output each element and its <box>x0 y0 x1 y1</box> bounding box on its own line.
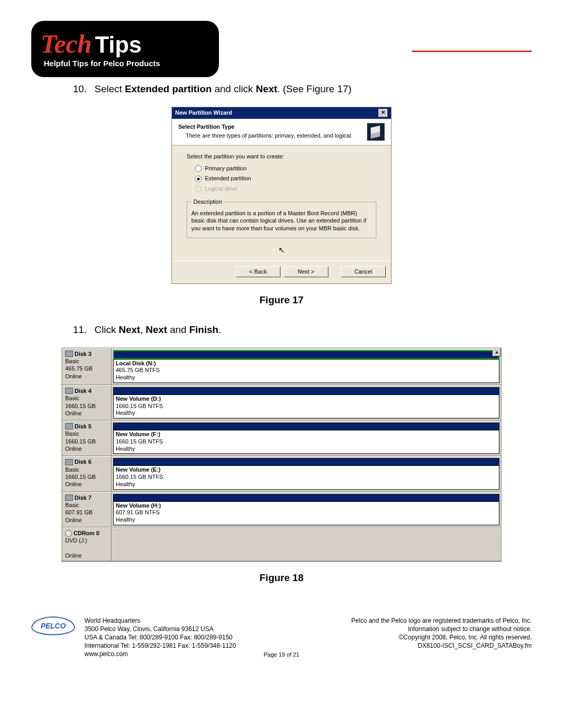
footer-address: World Headquarters 3500 Pelco Way, Clovi… <box>84 616 342 659</box>
step-10-num: 10. <box>73 82 92 96</box>
disk-row[interactable]: CDRom 0DVD (J:) Online <box>62 527 501 561</box>
volume-area[interactable]: Local Disk (N:)465.75 GB NTFSHealthy <box>112 349 501 385</box>
techtips-logo: TechTips Helpful Tips for Pelco Products <box>31 21 219 77</box>
volume-box[interactable]: New Volume (E:)1660.15 GB NTFSHealthy <box>113 465 499 489</box>
back-button[interactable]: < Back <box>236 266 280 277</box>
radio-extended[interactable]: Extended partition <box>195 175 376 182</box>
wizard-title: New Partition Wizard <box>175 109 232 117</box>
logo-subtitle: Helpful Tips for Pelco Products <box>44 59 219 68</box>
description-text: An extended partition is a portion of a … <box>191 209 372 233</box>
volume-box[interactable]: New Volume (F:)1660.15 GB NTFSHealthy <box>113 430 499 454</box>
header-rule <box>412 51 532 52</box>
disk-row[interactable]: Disk 6Basic1660.15 GBOnlineNew Volume (E… <box>62 456 501 491</box>
volume-box[interactable]: New Volume (H:)607.91 GB NTFSHealthy <box>113 501 499 525</box>
disk-icon <box>65 388 73 394</box>
page-number: Page 19 of 21 <box>264 651 300 658</box>
wizard-header-sub: There are three types of partitions: pri… <box>186 132 352 140</box>
cancel-button[interactable]: Cancel <box>341 266 386 277</box>
volume-header-bar <box>113 350 499 359</box>
logo-tech: Tech <box>41 29 92 58</box>
step-10: 10. Select Extended partition and click … <box>73 82 532 96</box>
wizard-prompt: Select the partition you want to create: <box>187 153 376 161</box>
step-11-num: 11. <box>73 323 92 337</box>
volume-header-bar <box>113 458 499 465</box>
disk-icon <box>65 459 73 465</box>
volume-box[interactable]: Local Disk (N:)465.75 GB NTFSHealthy <box>113 359 499 383</box>
disk-management-panel: Disk 3Basic465.75 GBOnlineLocal Disk (N:… <box>62 348 501 562</box>
pelco-logo: PELCO <box>31 616 75 635</box>
disk-info: Disk 3Basic465.75 GBOnline <box>62 349 112 385</box>
disk-icon <box>65 530 72 537</box>
next-button[interactable]: Next > <box>284 266 328 277</box>
logo-tips: Tips <box>95 32 142 57</box>
volume-header-bar <box>113 423 499 430</box>
description-box: Description An extended partition is a p… <box>187 198 376 238</box>
volume-header-bar <box>113 494 499 501</box>
disk-row[interactable]: Disk 3Basic465.75 GBOnlineLocal Disk (N:… <box>62 348 501 385</box>
radio-icon <box>195 186 202 192</box>
disk-info: Disk 5Basic1660.15 GBOnline <box>62 421 112 455</box>
disk-info: Disk 6Basic1660.15 GBOnline <box>62 456 112 491</box>
disk-info: Disk 7Basic607.91 GBOnline <box>62 492 112 527</box>
radio-primary[interactable]: Primary partition <box>195 165 376 172</box>
volume-area[interactable]: New Volume (E:)1660.15 GB NTFSHealthy <box>112 456 501 491</box>
wizard-titlebar[interactable]: New Partition Wizard ✕ <box>172 107 391 119</box>
volume-area[interactable]: New Volume (H:)607.91 GB NTFSHealthy <box>112 492 501 527</box>
disk-icon <box>65 423 73 429</box>
volume-area[interactable] <box>112 528 501 561</box>
volume-area[interactable]: New Volume (D:)1660.15 GB NTFSHealthy <box>112 386 501 420</box>
disk-info: Disk 4Basic1660.15 GBOnline <box>62 386 112 420</box>
disk-row[interactable]: Disk 7Basic607.91 GBOnlineNew Volume (H:… <box>62 492 501 527</box>
volume-box[interactable]: New Volume (D:)1660.15 GB NTFSHealthy <box>113 394 499 418</box>
description-legend: Description <box>191 198 224 206</box>
disk-row[interactable]: Disk 5Basic1660.15 GBOnlineNew Volume (F… <box>62 421 501 456</box>
volume-header-bar <box>113 387 499 394</box>
close-icon[interactable]: ✕ <box>378 109 388 117</box>
cursor-icon: ↖ <box>187 244 376 255</box>
partition-icon <box>367 123 385 141</box>
figure-18-caption: Figure 18 <box>31 571 532 585</box>
radio-icon <box>195 176 202 182</box>
wizard-header-title: Select Partition Type <box>178 123 352 131</box>
disk-icon <box>65 495 73 501</box>
figure-17-caption: Figure 17 <box>31 293 532 307</box>
volume-area[interactable]: New Volume (F:)1660.15 GB NTFSHealthy <box>112 421 501 455</box>
disk-icon <box>65 351 73 357</box>
disk-row[interactable]: Disk 4Basic1660.15 GBOnlineNew Volume (D… <box>62 385 501 421</box>
radio-logical: Logical drive <box>195 185 376 193</box>
scroll-up-button[interactable] <box>493 348 501 356</box>
step-11: 11. Click Next, Next and Finish. <box>73 323 532 337</box>
disk-info: CDRom 0DVD (J:) Online <box>62 528 112 561</box>
footer-legal: Pelco and the Pelco logo are registered … <box>351 616 532 650</box>
radio-icon <box>195 165 202 172</box>
new-partition-wizard: New Partition Wizard ✕ Select Partition … <box>172 107 391 285</box>
